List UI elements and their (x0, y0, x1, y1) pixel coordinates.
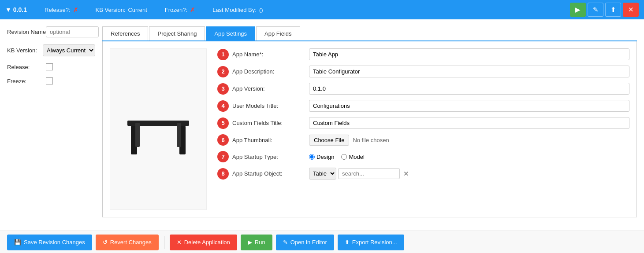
version-number: 0.0.1 (13, 6, 27, 13)
chevron-down-icon: ▼ (5, 6, 11, 13)
app-version-label: App Version: (232, 85, 265, 92)
delete-icon: ✕ (177, 239, 182, 246)
startup-object-type-select[interactable]: Table (309, 168, 336, 180)
upload-button[interactable]: ⬆ (605, 3, 621, 17)
revert-icon: ↺ (103, 239, 108, 246)
revert-changes-button[interactable]: ↺ Revert Changes (96, 235, 159, 250)
release-label: Release?: (45, 7, 71, 13)
user-models-label: User Models Title: (232, 103, 278, 109)
step-3-badge: 3 (217, 83, 229, 95)
file-input-area: Choose File No file chosen (309, 135, 389, 146)
step-4-badge: 4 (217, 100, 229, 112)
kb-version-field-label: KB Version: (7, 47, 39, 54)
play-button[interactable]: ▶ (570, 3, 586, 17)
app-name-label-area: 1 App Name*: (217, 49, 305, 60)
app-startup-object-row: 8 App Startup Object: Table ✕ (217, 168, 629, 180)
tabs: References Project Sharing App Settings … (102, 26, 637, 41)
app-version-label-area: 3 App Version: (217, 83, 305, 95)
custom-fields-row: 5 Custom Fields Title: (217, 117, 629, 129)
close-button[interactable]: ✕ (623, 3, 639, 17)
user-models-input[interactable] (309, 100, 629, 112)
tab-app-fields[interactable]: App Fields (256, 26, 300, 40)
app-description-label: App Description: (232, 68, 274, 75)
app-name-input[interactable] (309, 48, 629, 60)
app-version-row: 3 App Version: (217, 83, 629, 95)
app-startup-type-label-area: 7 App Startup Type: (217, 151, 305, 162)
freeze-field-label: Freeze: (7, 78, 42, 84)
open-in-editor-label: Open in Editor (290, 239, 327, 246)
app-thumbnail-label-area: 6 App Thumbnail: (217, 134, 305, 146)
frozen-value: ✗ (190, 7, 195, 13)
tab-references[interactable]: References (102, 26, 148, 40)
revision-name-label: Revision Name: (7, 29, 42, 35)
model-radio-option[interactable]: Model (341, 154, 364, 160)
run-button[interactable]: ▶ Run (241, 235, 272, 250)
export-icon: ⬆ (345, 239, 350, 246)
delete-application-label: Delete Application (184, 239, 230, 246)
svg-rect-4 (177, 123, 181, 147)
app-thumbnail-row: 6 App Thumbnail: Choose File No file cho… (217, 134, 629, 146)
revision-name-input[interactable] (46, 26, 99, 37)
app-description-input[interactable] (309, 66, 629, 77)
app-version-input[interactable] (309, 83, 629, 95)
export-revision-button[interactable]: ⬆ Export Revision... (338, 235, 404, 250)
app-description-row: 2 App Description: (217, 66, 629, 77)
last-modified-label: Last Modified By: (212, 7, 257, 13)
custom-fields-input[interactable] (309, 117, 629, 129)
form-fields: 1 App Name*: 2 App Description: (214, 48, 629, 210)
top-bar: ▼ 0.0.1 Release?: ✗ KB Version: Current … (0, 0, 644, 19)
version-label: ▼ 0.0.1 (5, 6, 27, 13)
model-radio[interactable] (341, 154, 347, 160)
last-modified-value: () (259, 7, 263, 13)
clear-search-button[interactable]: ✕ (402, 170, 411, 178)
choose-file-button[interactable]: Choose File (309, 135, 349, 146)
svg-rect-3 (135, 123, 140, 147)
step-1-badge: 1 (217, 49, 229, 60)
step-8-badge: 8 (217, 168, 229, 180)
design-label: Design (316, 154, 334, 160)
freeze-row: Freeze: (7, 77, 95, 84)
step-2-badge: 2 (217, 66, 229, 77)
release-checkbox[interactable] (46, 63, 53, 70)
release-field-label: Release: (7, 64, 42, 70)
app-startup-object-label: App Startup Object: (232, 170, 282, 177)
startup-object-search[interactable] (338, 168, 400, 179)
startup-object-controls: Table ✕ (309, 168, 411, 180)
kb-version-row: KB Version: Always Current (7, 44, 95, 56)
release-status: Release?: ✗ (45, 7, 78, 13)
run-label: Run (255, 239, 265, 246)
release-row: Release: (7, 63, 95, 70)
release-value: ✗ (73, 7, 78, 13)
kb-version-select[interactable]: Always Current (43, 44, 95, 56)
app-thumbnail-image (119, 96, 198, 162)
tab-project-sharing[interactable]: Project Sharing (149, 26, 205, 40)
app-name-label: App Name*: (232, 51, 263, 58)
save-revision-button[interactable]: 💾 Save Revision Changes (7, 235, 92, 250)
frozen-status: Frozen?: ✗ (165, 7, 195, 13)
model-label: Model (349, 154, 364, 160)
design-radio[interactable] (309, 154, 315, 160)
kb-version-label: KB Version: (96, 7, 126, 13)
app-startup-type-label: App Startup Type: (232, 154, 278, 160)
tab-content-app-settings: 1 App Name*: 2 App Description: (102, 41, 637, 217)
edit-button[interactable]: ✎ (588, 3, 603, 17)
app-thumbnail-label: App Thumbnail: (232, 137, 272, 143)
app-description-label-area: 2 App Description: (217, 66, 305, 77)
run-icon: ▶ (248, 239, 252, 246)
delete-application-button[interactable]: ✕ Delete Application (170, 235, 237, 250)
top-bar-actions: ▶ ✎ ⬆ ✕ (570, 3, 639, 17)
freeze-checkbox[interactable] (46, 77, 53, 84)
tab-app-settings[interactable]: App Settings (206, 26, 255, 40)
export-revision-label: Export Revision... (352, 239, 397, 246)
open-in-editor-button[interactable]: ✎ Open in Editor (276, 235, 334, 250)
editor-icon: ✎ (283, 239, 288, 246)
design-radio-option[interactable]: Design (309, 154, 334, 160)
app-startup-type-row: 7 App Startup Type: Design Model (217, 151, 629, 162)
save-icon: 💾 (14, 239, 21, 246)
user-models-row: 4 User Models Title: (217, 100, 629, 112)
revision-name-row: Revision Name: (7, 26, 95, 37)
left-panel: Revision Name: KB Version: Always Curren… (7, 26, 95, 224)
custom-fields-label-area: 5 Custom Fields Title: (217, 117, 305, 129)
no-file-text: No file chosen (353, 137, 389, 143)
toolbar-divider (164, 236, 164, 249)
